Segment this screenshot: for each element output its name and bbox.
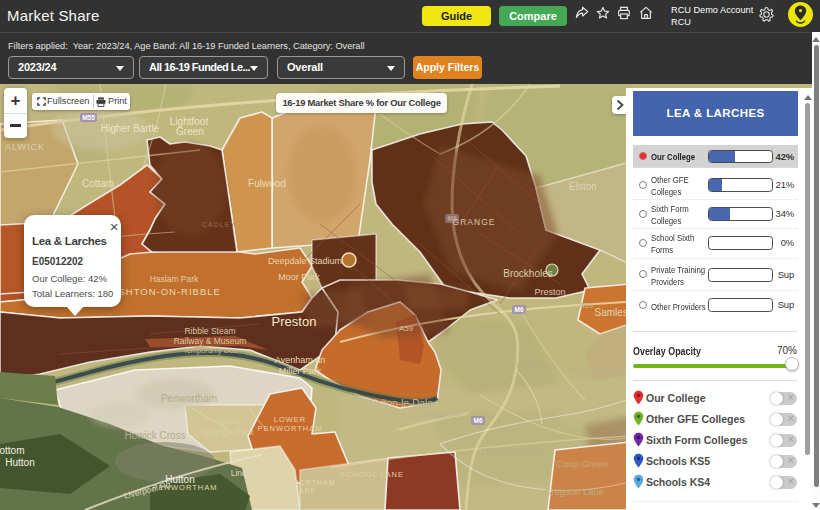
svg-text:Temporarily clos: Temporarily clos	[183, 346, 237, 355]
svg-text:PENWORTHAM: PENWORTHAM	[258, 424, 323, 433]
svg-text:Elston: Elston	[569, 181, 597, 192]
svg-text:ASHTON-ON-RIBBLE: ASHTON-ON-RIBBLE	[111, 286, 221, 297]
svg-text:Walton-le-Dale: Walton-le-Dale	[367, 398, 433, 409]
svg-text:Avenham an: Avenham an	[275, 355, 325, 365]
svg-text:A59: A59	[579, 301, 594, 310]
svg-text:Preston: Preston	[272, 314, 317, 329]
svg-text:PENWORTHAM: PENWORTHAM	[274, 479, 335, 486]
svg-text:Hutton: Hutton	[5, 457, 34, 468]
svg-text:M55: M55	[82, 114, 95, 121]
svg-text:Cuerdale Ln: Cuerdale Ln	[511, 360, 555, 369]
svg-text:Preston: Preston	[534, 287, 565, 297]
svg-text:SCHOOL LANE: SCHOOL LANE	[340, 470, 404, 479]
svg-text:Deepdale Stadium: Deepdale Stadium	[268, 256, 342, 266]
svg-text:Fulwood: Fulwood	[248, 178, 286, 189]
svg-text:ottom: ottom	[0, 445, 25, 456]
svg-text:Cottam: Cottam	[82, 178, 114, 189]
svg-text:M6: M6	[514, 306, 523, 313]
svg-text:Lindle Ln: Lindle Ln	[231, 468, 266, 478]
svg-text:Hurst: Hurst	[217, 416, 239, 426]
svg-text:Brockholes: Brockholes	[503, 268, 552, 279]
svg-text:Coup Green: Coup Green	[556, 458, 608, 469]
svg-text:Moor Park: Moor Park	[278, 272, 320, 282]
svg-text:Howick Cross: Howick Cross	[124, 430, 185, 441]
svg-text:M6: M6	[473, 417, 482, 424]
svg-text:Railway & Museum: Railway & Museum	[174, 336, 247, 346]
svg-text:Higher Walton Rd: Higher Walton Rd	[399, 411, 462, 420]
svg-text:Green: Green	[176, 126, 204, 137]
svg-text:LANE: LANE	[294, 487, 316, 494]
svg-text:Miller Park: Miller Park	[279, 366, 322, 376]
svg-text:LOWER: LOWER	[274, 415, 307, 424]
svg-text:ALWICK: ALWICK	[5, 142, 45, 152]
svg-text:GRANGE: GRANGE	[453, 217, 496, 227]
svg-text:Higher Walton: Higher Walton	[482, 447, 545, 458]
svg-text:Penwortham: Penwortham	[161, 393, 217, 404]
svg-text:Ribble Steam: Ribble Steam	[184, 326, 235, 336]
svg-text:Grange Park: Grange Park	[202, 427, 254, 437]
svg-text:CADLEY: CADLEY	[202, 221, 236, 228]
svg-text:Roach Bridge: Roach Bridge	[568, 365, 626, 376]
svg-text:Higher Bartle: Higher Bartle	[101, 123, 160, 134]
svg-text:Haslam Park: Haslam Park	[150, 274, 199, 284]
svg-text:Gregson Lane: Gregson Lane	[544, 486, 604, 497]
svg-text:A59: A59	[399, 324, 414, 333]
